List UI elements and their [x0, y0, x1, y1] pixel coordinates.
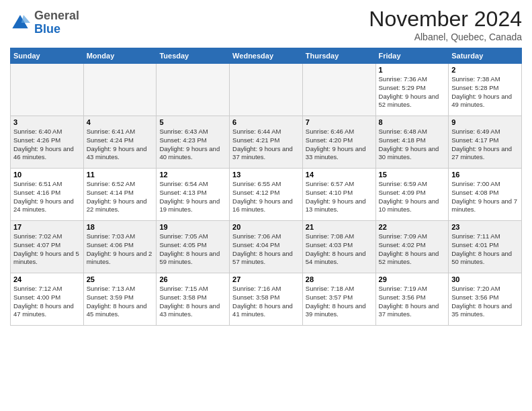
day-number: 21 — [306, 223, 373, 231]
day-info: Sunrise: 6:55 AM Sunset: 4:12 PM Dayligh… — [232, 180, 300, 214]
calendar-cell — [157, 64, 230, 116]
day-number: 5 — [159, 118, 226, 126]
day-info: Sunrise: 6:46 AM Sunset: 4:20 PM Dayligh… — [306, 128, 373, 162]
day-info: Sunrise: 7:16 AM Sunset: 3:58 PM Dayligh… — [232, 285, 300, 319]
calendar-cell: 13Sunrise: 6:55 AM Sunset: 4:12 PM Dayli… — [230, 169, 303, 221]
day-number: 18 — [87, 223, 154, 231]
day-number: 11 — [87, 171, 154, 179]
day-number: 4 — [87, 118, 154, 126]
logo-blue: Blue — [34, 23, 79, 36]
calendar-cell: 19Sunrise: 7:05 AM Sunset: 4:05 PM Dayli… — [157, 221, 230, 273]
calendar-week-0: 1Sunrise: 7:36 AM Sunset: 5:29 PM Daylig… — [11, 64, 522, 116]
title-section: November 2024 Albanel, Quebec, Canada — [369, 7, 522, 42]
calendar-cell: 1Sunrise: 7:36 AM Sunset: 5:29 PM Daylig… — [375, 64, 449, 116]
day-info: Sunrise: 6:54 AM Sunset: 4:13 PM Dayligh… — [159, 180, 226, 214]
day-info: Sunrise: 7:08 AM Sunset: 4:03 PM Dayligh… — [306, 232, 373, 267]
header: General Blue November 2024 Albanel, Queb… — [10, 7, 522, 42]
day-number: 15 — [379, 171, 446, 179]
day-number: 3 — [13, 118, 81, 126]
calendar-cell: 10Sunrise: 6:51 AM Sunset: 4:16 PM Dayli… — [11, 169, 84, 221]
day-info: Sunrise: 7:12 AM Sunset: 4:00 PM Dayligh… — [13, 285, 81, 319]
day-info: Sunrise: 7:36 AM Sunset: 5:29 PM Dayligh… — [379, 75, 446, 109]
page-container: General Blue November 2024 Albanel, Queb… — [0, 0, 532, 332]
day-number: 12 — [159, 171, 226, 179]
calendar-cell: 30Sunrise: 7:20 AM Sunset: 3:56 PM Dayli… — [449, 273, 522, 326]
calendar-table: SundayMondayTuesdayWednesdayThursdayFrid… — [10, 48, 522, 326]
calendar-week-4: 24Sunrise: 7:12 AM Sunset: 4:00 PM Dayli… — [11, 273, 522, 326]
day-number: 25 — [87, 275, 154, 283]
calendar-week-2: 10Sunrise: 6:51 AM Sunset: 4:16 PM Dayli… — [11, 169, 522, 221]
calendar-cell: 11Sunrise: 6:52 AM Sunset: 4:14 PM Dayli… — [83, 169, 157, 221]
header-cell-sunday: Sunday — [11, 48, 84, 64]
calendar-cell: 20Sunrise: 7:06 AM Sunset: 4:04 PM Dayli… — [230, 221, 303, 273]
calendar-cell: 18Sunrise: 7:03 AM Sunset: 4:06 PM Dayli… — [83, 221, 157, 273]
header-cell-monday: Monday — [83, 48, 157, 64]
day-number: 22 — [379, 223, 446, 231]
day-info: Sunrise: 6:52 AM Sunset: 4:14 PM Dayligh… — [87, 180, 154, 214]
calendar-cell: 24Sunrise: 7:12 AM Sunset: 4:00 PM Dayli… — [11, 273, 84, 326]
day-number: 28 — [306, 275, 373, 283]
header-cell-saturday: Saturday — [449, 48, 522, 64]
day-number: 26 — [159, 275, 226, 283]
calendar-cell — [83, 64, 157, 116]
day-info: Sunrise: 7:13 AM Sunset: 3:59 PM Dayligh… — [87, 285, 154, 319]
day-number: 29 — [379, 275, 446, 283]
calendar-cell: 17Sunrise: 7:02 AM Sunset: 4:07 PM Dayli… — [11, 221, 84, 273]
day-number: 6 — [232, 118, 300, 126]
day-info: Sunrise: 7:00 AM Sunset: 4:08 PM Dayligh… — [451, 180, 519, 214]
calendar-cell: 23Sunrise: 7:11 AM Sunset: 4:01 PM Dayli… — [449, 221, 522, 273]
calendar-cell: 16Sunrise: 7:00 AM Sunset: 4:08 PM Dayli… — [449, 169, 522, 221]
day-info: Sunrise: 6:51 AM Sunset: 4:16 PM Dayligh… — [13, 180, 81, 214]
day-info: Sunrise: 6:43 AM Sunset: 4:23 PM Dayligh… — [159, 128, 226, 162]
day-info: Sunrise: 6:57 AM Sunset: 4:10 PM Dayligh… — [306, 180, 373, 214]
day-number: 20 — [232, 223, 300, 231]
day-info: Sunrise: 7:18 AM Sunset: 3:57 PM Dayligh… — [306, 285, 373, 319]
calendar-body: 1Sunrise: 7:36 AM Sunset: 5:29 PM Daylig… — [11, 64, 522, 326]
day-number: 16 — [451, 171, 519, 179]
day-info: Sunrise: 7:02 AM Sunset: 4:07 PM Dayligh… — [13, 232, 81, 267]
day-info: Sunrise: 6:40 AM Sunset: 4:26 PM Dayligh… — [13, 128, 81, 162]
calendar-week-1: 3Sunrise: 6:40 AM Sunset: 4:26 PM Daylig… — [11, 116, 522, 169]
header-cell-friday: Friday — [375, 48, 449, 64]
day-number: 2 — [451, 66, 519, 74]
day-info: Sunrise: 6:41 AM Sunset: 4:24 PM Dayligh… — [87, 128, 154, 162]
day-info: Sunrise: 6:59 AM Sunset: 4:09 PM Dayligh… — [379, 180, 446, 214]
day-info: Sunrise: 6:44 AM Sunset: 4:21 PM Dayligh… — [232, 128, 300, 162]
header-cell-thursday: Thursday — [302, 48, 375, 64]
calendar-cell: 28Sunrise: 7:18 AM Sunset: 3:57 PM Dayli… — [302, 273, 375, 326]
day-number: 24 — [13, 275, 81, 283]
calendar-cell: 25Sunrise: 7:13 AM Sunset: 3:59 PM Dayli… — [83, 273, 157, 326]
logo: General Blue — [10, 9, 79, 36]
day-info: Sunrise: 7:38 AM Sunset: 5:28 PM Dayligh… — [451, 75, 519, 109]
calendar-cell: 21Sunrise: 7:08 AM Sunset: 4:03 PM Dayli… — [302, 221, 375, 273]
calendar-cell — [230, 64, 303, 116]
calendar-cell: 3Sunrise: 6:40 AM Sunset: 4:26 PM Daylig… — [11, 116, 84, 169]
month-title: November 2024 — [369, 7, 522, 32]
day-info: Sunrise: 7:05 AM Sunset: 4:05 PM Dayligh… — [159, 232, 226, 267]
calendar-cell: 4Sunrise: 6:41 AM Sunset: 4:24 PM Daylig… — [83, 116, 157, 169]
calendar-header: SundayMondayTuesdayWednesdayThursdayFrid… — [11, 48, 522, 64]
day-info: Sunrise: 7:20 AM Sunset: 3:56 PM Dayligh… — [451, 285, 519, 319]
day-number: 23 — [451, 223, 519, 231]
day-number: 7 — [306, 118, 373, 126]
logo-general: General — [34, 9, 79, 23]
day-info: Sunrise: 7:19 AM Sunset: 3:56 PM Dayligh… — [379, 285, 446, 319]
calendar-cell: 27Sunrise: 7:16 AM Sunset: 3:58 PM Dayli… — [230, 273, 303, 326]
day-number: 17 — [13, 223, 81, 231]
day-number: 8 — [379, 118, 446, 126]
location: Albanel, Quebec, Canada — [369, 32, 522, 42]
calendar-cell: 9Sunrise: 6:49 AM Sunset: 4:17 PM Daylig… — [449, 116, 522, 169]
day-info: Sunrise: 7:09 AM Sunset: 4:02 PM Dayligh… — [379, 232, 446, 267]
day-info: Sunrise: 7:11 AM Sunset: 4:01 PM Dayligh… — [451, 232, 519, 267]
day-number: 14 — [306, 171, 373, 179]
day-info: Sunrise: 7:15 AM Sunset: 3:58 PM Dayligh… — [159, 285, 226, 319]
calendar-cell: 15Sunrise: 6:59 AM Sunset: 4:09 PM Dayli… — [375, 169, 449, 221]
calendar-cell: 22Sunrise: 7:09 AM Sunset: 4:02 PM Dayli… — [375, 221, 449, 273]
calendar-cell: 26Sunrise: 7:15 AM Sunset: 3:58 PM Dayli… — [157, 273, 230, 326]
day-number: 10 — [13, 171, 81, 179]
day-info: Sunrise: 6:49 AM Sunset: 4:17 PM Dayligh… — [451, 128, 519, 162]
day-info: Sunrise: 7:06 AM Sunset: 4:04 PM Dayligh… — [232, 232, 300, 267]
day-number: 1 — [379, 66, 446, 74]
logo-text: General Blue — [34, 9, 79, 36]
calendar-week-3: 17Sunrise: 7:02 AM Sunset: 4:07 PM Dayli… — [11, 221, 522, 273]
